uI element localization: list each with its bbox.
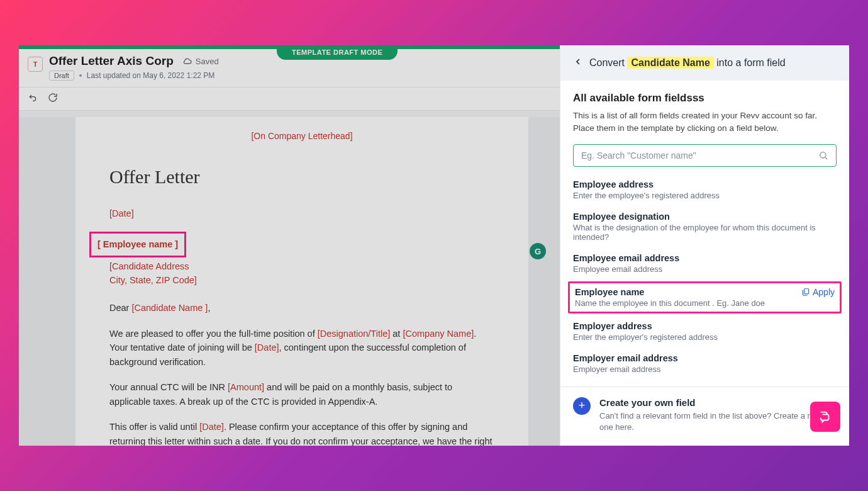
field-item-employee-address[interactable]: Employee address Enter the employee's re… [573,178,837,201]
convert-prefix: Convert [589,57,627,68]
panel-header: Convert Candidate Name into a form field [560,45,849,81]
search-input[interactable] [581,150,813,161]
template-draft-mode-badge: TEMPLATE DRAFT MODE [277,45,398,60]
meta-separator [79,74,82,77]
paragraph-2[interactable]: Your annual CTC will be INR [Amount] and… [109,380,494,409]
document-canvas[interactable]: [On Company Letterhead] Offer Letter [Da… [19,117,560,446]
app-window: TEMPLATE DRAFT MODE T Offer Letter Axis … [19,45,849,446]
panel-section-description: This is a list of all form fields create… [573,110,837,134]
create-own-field-title: Create your own field [599,397,837,408]
field-item-employer-email-address[interactable]: Employer email address Employer email ad… [573,352,837,375]
saved-label: Saved [196,57,219,66]
chat-fab[interactable] [810,402,840,432]
toolbar [19,87,560,111]
svg-line-1 [825,157,827,159]
amount-placeholder[interactable]: [Amount] [228,382,264,392]
form-field-panel: Convert Candidate Name into a form field… [560,45,849,446]
date-placeholder[interactable]: [Date] [109,208,134,218]
saved-indicator: Saved [182,56,219,66]
letterhead-placeholder[interactable]: [On Company Letterhead] [109,131,494,141]
greeting-line[interactable]: Dear [Candidate Name ], [109,301,494,315]
redo-button[interactable] [48,93,58,105]
candidate-name-placeholder[interactable]: [Candidate Name ] [131,303,208,313]
field-item-employer-address[interactable]: Employer address Enter the employer's re… [573,320,837,343]
search-field-wrap[interactable] [573,144,837,167]
editor-pane: TEMPLATE DRAFT MODE T Offer Letter Axis … [19,45,560,446]
plus-icon: + [573,397,591,415]
field-item-employee-email-address[interactable]: Employee email address Employee email ad… [573,252,837,275]
document-title[interactable]: Offer Letter Axis Corp [49,54,174,68]
panel-section-title: All available form fieldsss [573,92,837,104]
paragraph-1[interactable]: We are pleased to offer you the full-tim… [109,327,494,369]
undo-button[interactable] [28,93,38,105]
valid-until-date-placeholder[interactable]: [Date] [199,422,224,432]
svg-rect-2 [804,289,809,294]
joining-date-placeholder[interactable]: [Date] [255,342,279,353]
designation-placeholder[interactable]: [Designation/Title] [318,329,391,339]
last-updated-text: Last updated on May 6, 2022 1:22 PM [87,71,214,80]
paragraph-3[interactable]: This offer is valid until [Date]. Please… [109,420,494,446]
employee-name-placeholder-selected[interactable]: [ Employee name ] [89,232,186,257]
search-icon [818,150,828,161]
company-name-placeholder[interactable]: [Company Name] [403,329,474,339]
field-item-employer-name[interactable]: Employer name Name the employer in this … [573,384,837,387]
draft-chip: Draft [49,71,74,81]
create-own-field-sub: Can't find a relevant form field in the … [599,410,837,433]
document-heading[interactable]: Offer Letter [109,166,494,188]
document-page: [On Company Letterhead] Offer Letter [Da… [75,117,528,446]
convert-suffix: into a form field [716,57,785,68]
field-item-employee-designation[interactable]: Employee designation What is the designa… [573,210,837,243]
chat-icon [818,410,832,424]
chevron-left-icon [573,57,583,67]
doc-type-icon: T [28,57,43,72]
back-button[interactable] [573,57,583,69]
apply-button[interactable]: Apply [801,287,835,297]
apply-icon [801,288,810,296]
candidate-address-placeholder[interactable]: [Candidate Address City, State, ZIP Code… [109,260,494,288]
field-item-employee-name[interactable]: Employee name Name the employee in this … [568,281,842,313]
cloud-icon [182,56,192,66]
convert-highlight: Candidate Name [627,57,713,69]
grammarly-badge[interactable]: G [530,243,546,259]
field-list: Employee address Enter the employee's re… [573,178,837,387]
svg-point-0 [820,152,826,158]
panel-footer[interactable]: + Create your own field Can't find a rel… [560,387,849,446]
